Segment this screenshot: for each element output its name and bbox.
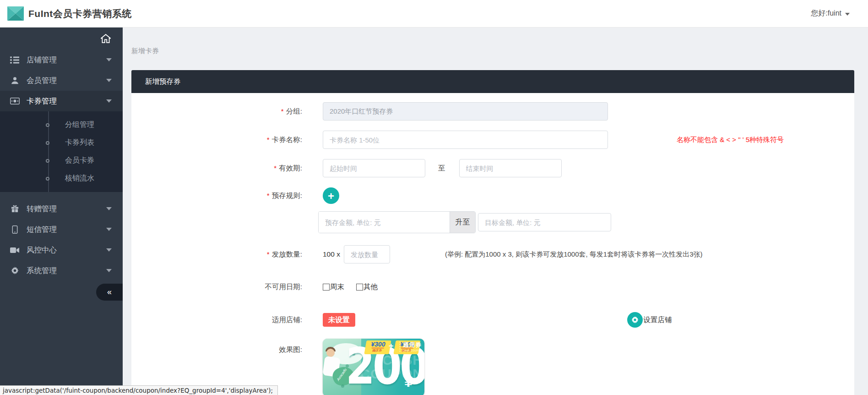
quantity-label: 发放数量: bbox=[272, 250, 302, 258]
sidebar-item-member-mgmt[interactable]: 会员管理 bbox=[0, 70, 123, 91]
coupon-submenu: 分组管理 卡券列表 会员卡券 核销流水 bbox=[0, 111, 123, 192]
sidebar-home-row bbox=[0, 27, 123, 49]
chevron-down-icon bbox=[106, 228, 112, 231]
coupon-plus: + bbox=[389, 341, 394, 351]
set-stores-button[interactable] bbox=[627, 312, 643, 328]
sidebar-subitem-label: 会员卡券 bbox=[65, 156, 94, 165]
sidebar-item-store-mgmt[interactable]: 店铺管理 bbox=[0, 49, 123, 70]
home-icon[interactable] bbox=[101, 34, 111, 43]
group-label: 分组: bbox=[286, 107, 302, 115]
sidebar-item-gift-mgmt[interactable]: 转赠管理 bbox=[0, 198, 123, 219]
start-time-input[interactable] bbox=[323, 159, 425, 177]
collapse-chevrons-icon: « bbox=[107, 287, 112, 297]
to-separator: 至 bbox=[438, 164, 445, 173]
sidebar-subitem-label: 卡券列表 bbox=[65, 138, 94, 148]
video-camera-icon bbox=[9, 247, 20, 253]
panel-title: 新增预存券 bbox=[145, 77, 181, 87]
deposit-input-group: 升至 bbox=[318, 211, 476, 233]
coupon-preview-image: Avocado CASH COUPON 200 ¥ ¥300 bbox=[323, 339, 424, 395]
sidebar-subitem-group-mgmt[interactable]: 分组管理 bbox=[0, 116, 123, 134]
dates-label: 不可用日期: bbox=[265, 283, 302, 291]
rule-label: 预存规则: bbox=[272, 192, 302, 199]
app-title: FuInt会员卡券营销系统 bbox=[28, 7, 132, 20]
chevron-down-icon bbox=[106, 58, 112, 61]
gear-icon bbox=[9, 267, 20, 274]
form-row-disabled-dates: 不可用日期: 周末 其他 bbox=[131, 282, 854, 292]
form-row-name: *卡券名称: 名称不能包含 & < > " ' 5种特殊符号 bbox=[131, 131, 854, 149]
chevron-down-icon bbox=[106, 79, 112, 82]
coupon-name-input[interactable] bbox=[323, 131, 608, 149]
gift-icon bbox=[9, 205, 20, 213]
bullet-icon bbox=[46, 123, 49, 127]
set-stores-action[interactable]: 设置店铺 bbox=[627, 312, 672, 328]
sidebar: 店铺管理 会员管理 卡券管理 分组管理 卡券列表 会员卡券 bbox=[0, 27, 123, 395]
other-checkbox-label: 其他 bbox=[363, 282, 378, 292]
checkbox-icon bbox=[323, 284, 330, 291]
sidebar-item-label: 系统管理 bbox=[27, 266, 57, 276]
sidebar-item-risk-center[interactable]: 风控中心 bbox=[0, 240, 123, 260]
quantity-prefix: 100 x bbox=[323, 250, 340, 258]
user-greeting: 您好:fuint bbox=[811, 9, 841, 18]
name-label: 卡券名称: bbox=[272, 136, 302, 143]
target-amount-input[interactable] bbox=[478, 213, 611, 231]
bullet-icon bbox=[46, 141, 49, 145]
chevron-down-icon bbox=[106, 269, 112, 272]
weekend-checkbox-label: 周末 bbox=[330, 282, 344, 292]
name-hint: 名称不能包含 & < > " ' 5种特殊符号 bbox=[677, 136, 784, 144]
sidebar-subitem-coupon-list[interactable]: 卡券列表 bbox=[0, 134, 123, 152]
sidebar-subitem-label: 分组管理 bbox=[65, 120, 94, 130]
checkbox-icon bbox=[356, 284, 363, 291]
add-rule-button[interactable]: + bbox=[323, 187, 339, 204]
quantity-input[interactable] bbox=[344, 245, 390, 263]
sidebar-subitem-redeem-flow[interactable]: 核销流水 bbox=[0, 170, 123, 187]
breadcrumb: 新增卡券 bbox=[131, 47, 159, 55]
sidebar-collapse-button[interactable]: « bbox=[96, 284, 123, 301]
bullet-icon bbox=[46, 177, 49, 181]
list-icon bbox=[9, 56, 20, 64]
set-stores-label: 设置店铺 bbox=[644, 315, 672, 325]
end-time-input[interactable] bbox=[459, 159, 562, 177]
app-logo-icon bbox=[7, 6, 24, 21]
required-mark: * bbox=[267, 250, 270, 258]
form-row-rule-add: *预存规则: + bbox=[131, 187, 854, 204]
sidebar-subitem-member-coupons[interactable]: 会员卡券 bbox=[0, 152, 123, 170]
sidebar-item-label: 店铺管理 bbox=[27, 55, 57, 65]
form-row-quantity: *发放数量: 100 x (举例: 配置为1000 x 3, 则该卡券可发放10… bbox=[131, 245, 854, 263]
user-menu[interactable]: 您好:fuint bbox=[811, 9, 850, 18]
sidebar-item-label: 卡券管理 bbox=[27, 96, 57, 106]
chevron-down-icon bbox=[106, 99, 112, 103]
coupon-currency: ¥ bbox=[404, 373, 412, 390]
other-checkbox[interactable]: 其他 bbox=[356, 282, 378, 292]
stores-status-badge: 未设置 bbox=[323, 313, 355, 327]
weekend-checkbox[interactable]: 周末 bbox=[323, 282, 344, 292]
group-input[interactable] bbox=[323, 102, 608, 121]
required-mark: * bbox=[267, 136, 270, 143]
chevron-down-icon bbox=[106, 207, 112, 210]
mobile-icon bbox=[9, 225, 20, 234]
form-row-group: *分组: bbox=[131, 102, 854, 121]
sidebar-item-label: 风控中心 bbox=[27, 245, 57, 255]
required-mark: * bbox=[267, 192, 270, 199]
form-row-stores: 适用店铺: 未设置 设置店铺 bbox=[131, 312, 854, 328]
money-bill-icon bbox=[9, 98, 20, 104]
panel-header: 新增预存券 bbox=[131, 70, 854, 93]
bullet-icon bbox=[46, 159, 49, 163]
form-panel: 新增预存券 *分组: *卡券名称: 名称不能包含 & < > " ' 5种特殊符… bbox=[131, 70, 854, 395]
upto-label: 升至 bbox=[450, 212, 475, 233]
deposit-amount-input[interactable] bbox=[319, 212, 450, 233]
preview-label: 效果图: bbox=[279, 346, 302, 353]
required-mark: * bbox=[281, 107, 284, 115]
sidebar-item-system-mgmt[interactable]: 系统管理 bbox=[0, 260, 123, 281]
sidebar-item-label: 转赠管理 bbox=[27, 204, 57, 214]
sidebar-item-sms-mgmt[interactable]: 短信管理 bbox=[0, 219, 123, 240]
form-row-rule-inputs: 升至 bbox=[131, 211, 854, 233]
plus-icon: + bbox=[328, 190, 334, 202]
main-content: 新增卡券 新增预存券 *分组: *卡券名称: 名称不能包含 & < > " ' … bbox=[123, 27, 868, 395]
sidebar-subitem-label: 核销流水 bbox=[65, 174, 94, 183]
user-icon bbox=[9, 77, 20, 84]
sidebar-item-coupon-mgmt[interactable]: 卡券管理 bbox=[0, 91, 123, 111]
required-mark: * bbox=[274, 164, 277, 172]
gear-icon bbox=[631, 316, 639, 324]
coupon-type-label: 通用券 CASH COUPON bbox=[400, 341, 422, 352]
caret-down-icon bbox=[845, 13, 850, 16]
